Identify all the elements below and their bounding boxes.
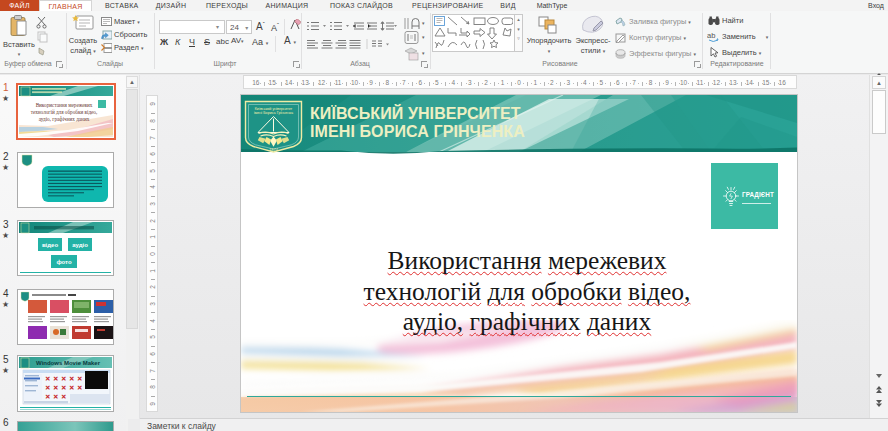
svg-text:1874: 1874: [269, 147, 279, 152]
svg-text:ab: ab: [707, 31, 715, 40]
svg-text:аудіо: аудіо: [72, 242, 88, 248]
svg-text:✕: ✕: [77, 375, 82, 382]
svg-text:Windows Movie Maker: Windows Movie Maker: [36, 360, 101, 366]
svg-text:✕: ✕: [53, 393, 58, 400]
svg-text:✕: ✕: [53, 384, 58, 391]
svg-text:✕: ✕: [61, 384, 66, 391]
svg-text:фото: фото: [56, 259, 72, 265]
svg-text:✕: ✕: [53, 375, 58, 382]
svg-text:✕: ✕: [69, 375, 74, 382]
svg-text:✕: ✕: [69, 384, 74, 391]
svg-text:✕: ✕: [45, 384, 50, 391]
svg-text:відео: відео: [42, 242, 59, 248]
svg-text:імені Бориса Грінченка: імені Бориса Грінченка: [254, 111, 294, 115]
svg-text:✕: ✕: [61, 393, 66, 400]
svg-text:✕: ✕: [45, 393, 50, 400]
svg-text:✕: ✕: [45, 375, 50, 382]
svg-text:✕: ✕: [61, 375, 66, 382]
svg-text:✕: ✕: [77, 384, 82, 391]
svg-text:Київський університет: Київський університет: [255, 107, 293, 111]
